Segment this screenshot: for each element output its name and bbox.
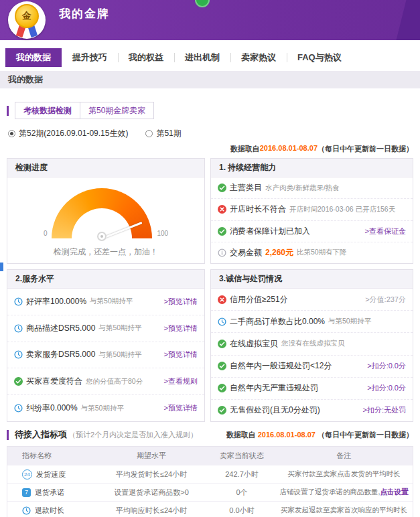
deduction-link[interactable]: >扣分:无处罚 bbox=[359, 405, 406, 415]
preview-detail-link[interactable]: >预览详情 bbox=[160, 403, 198, 413]
row-dispute-rate: 纠纷率0.000% 与第50期持平 >预览详情 bbox=[7, 395, 204, 421]
metric-value: 2,260元 bbox=[265, 247, 293, 258]
note-date: 2016.08.01-08.07 bbox=[258, 431, 316, 439]
note-suffix: （每日中午更新前一日数据） bbox=[318, 144, 413, 154]
service-level-panel: 2.服务水平 好评率100.000% 与第50期持平 >预览详情 商品描述DSR… bbox=[7, 269, 205, 422]
pending-title: 待接入指标项 bbox=[15, 429, 67, 441]
pending-section-header: 待接入指标项 （预计2个月内决定是否加入准入规则） 数据取自 2016.08.0… bbox=[7, 429, 413, 441]
col-expected-level: 期望水平 bbox=[94, 451, 208, 461]
note-suffix: （每日中午更新前一日数据） bbox=[318, 431, 413, 439]
metric-text: 买家喜爱度符合 bbox=[26, 376, 82, 387]
metric-text: 在线虚拟宝贝 bbox=[230, 338, 278, 350]
main-nav: 我的数据 提升技巧 我的权益 进出机制 卖家热议 FAQ与热议 bbox=[5, 48, 420, 67]
expected-level: 设置退货承诺商品数>0 bbox=[94, 488, 208, 498]
preview-detail-link[interactable]: >预览详情 bbox=[160, 297, 198, 307]
row-positive-rate: 好评率100.000% 与第50期持平 >预览详情 bbox=[7, 289, 204, 315]
data-source-note: 数据取自 2016.08.01-08.07 （每日中午更新前一日数据） bbox=[7, 144, 413, 154]
click-setup-link[interactable]: 点击设置 bbox=[380, 488, 408, 496]
metric-text: 信用分值≥251分 bbox=[230, 294, 288, 305]
tab-faq[interactable]: FAQ与热议 bbox=[287, 48, 352, 67]
clock-icon bbox=[218, 317, 226, 326]
metric-text: 自然年内无严重违规处罚 bbox=[230, 382, 318, 394]
subtab-assessment-data[interactable]: 考核数据检测 bbox=[15, 102, 80, 119]
clock-icon bbox=[14, 350, 23, 359]
deduction-link[interactable]: >扣分:0.0分 bbox=[363, 361, 406, 371]
view-deposit-link[interactable]: >查看保证金 bbox=[361, 226, 406, 236]
check-icon bbox=[218, 183, 226, 192]
radio-period-51[interactable]: 第51期 bbox=[145, 128, 181, 139]
row-general-violation: 自然年内一般违规处罚<12分 >扣分:0.0分 bbox=[211, 356, 413, 378]
clock-icon bbox=[14, 404, 23, 413]
note-date: 2016.08.01-08.07 bbox=[260, 144, 318, 154]
expected-level: 平均响应时长≤24小时 bbox=[94, 506, 208, 516]
pending-note: （预计2个月内决定是否加入准入规则） bbox=[68, 430, 198, 440]
clock-icon bbox=[22, 506, 31, 515]
row-secondhand-ratio: 二手商品订单数占比0.00% 与第50期持平 bbox=[211, 311, 413, 333]
radio-period-52[interactable]: 第52期(2016.09.01-09.15生效) bbox=[8, 128, 128, 139]
tab-my-benefits[interactable]: 我的权益 bbox=[118, 48, 174, 67]
info-icon bbox=[218, 248, 226, 257]
progress-gauge bbox=[52, 188, 152, 238]
subtab-row: 考核数据检测 第50期金牌卖家 bbox=[7, 102, 413, 119]
view-rules-link[interactable]: >查看规则 bbox=[160, 376, 198, 386]
green-dot-icon bbox=[195, 0, 210, 7]
metric-subtext: 比第50期有下降 bbox=[297, 248, 347, 257]
current-status: 0个 bbox=[208, 488, 275, 498]
page: { "colors": { "brand_purple": "#6f2f9e",… bbox=[0, 0, 420, 517]
metric-text: 无售假处罚(且无0分处罚) bbox=[230, 404, 320, 416]
metric-subtext: 开店时间2016-03-06 已开店156天 bbox=[289, 205, 395, 214]
row-credit-score: 信用分值≥251分 >分值:237分 bbox=[211, 289, 413, 311]
note-prefix: 数据取自 bbox=[230, 144, 260, 154]
expected-level: 平均发货时长≤24小时 bbox=[94, 469, 208, 479]
remark: 买家发起退款至卖家首次响应的平均时长 bbox=[275, 506, 413, 515]
metric-subtext: 与第50期持平 bbox=[98, 350, 141, 360]
business-ability-panel: 1. 持续经营能力 主营类目 水产肉类/新鲜蔬果/熟食 开店时长不符合 开店时间… bbox=[210, 158, 413, 264]
metric-name: 发货速度 bbox=[36, 469, 66, 479]
panel-title-integrity: 3.诚信与处罚情况 bbox=[211, 270, 413, 289]
return-promise-icon: 7 bbox=[22, 488, 31, 497]
row-fake-penalty: 无售假处罚(且无0分处罚) >扣分:无处罚 bbox=[211, 400, 413, 421]
remark: 店铺设置了退货承诺的商品数量, bbox=[280, 488, 380, 496]
row-transaction-amount: 交易金额 2,260元 比第50期有下降 bbox=[211, 242, 413, 263]
row-main-category: 主营类目 水产肉类/新鲜蔬果/熟食 bbox=[211, 177, 413, 199]
medal-label: 金 bbox=[15, 4, 39, 28]
tab-improve-skills[interactable]: 提升技巧 bbox=[62, 48, 118, 67]
24h-shipping-icon: 24 bbox=[22, 469, 32, 479]
table-row-refund-time: 退款时长 平均响应时长≤24小时 0.0小时 买家发起退款至卖家首次响应的平均时… bbox=[7, 501, 413, 517]
check-icon bbox=[218, 406, 226, 415]
note-prefix: 数据取自 bbox=[226, 431, 256, 439]
accent-bar bbox=[7, 106, 9, 116]
radio-label: 第51期 bbox=[156, 128, 181, 139]
table-row-return-promise: 7 退货承诺 设置退货承诺商品数>0 0个 店铺设置了退货承诺的商品数量,点击设… bbox=[7, 483, 413, 501]
tab-entry-exit-rules[interactable]: 进出机制 bbox=[174, 48, 230, 67]
gauge-min-label: 0 bbox=[44, 230, 48, 237]
panel-title-business: 1. 持续经营能力 bbox=[211, 159, 413, 177]
metric-text: 自然年内一般违规处罚<12分 bbox=[230, 360, 332, 372]
deduction-link[interactable]: >扣分:0.0分 bbox=[363, 383, 406, 393]
current-status: 0.0小时 bbox=[208, 506, 275, 516]
check-icon bbox=[14, 377, 23, 386]
accent-bar bbox=[7, 430, 9, 440]
current-status: 242.7小时 bbox=[208, 469, 275, 479]
remark: 买家付款至卖家点击发货的平均时长 bbox=[275, 469, 413, 479]
clock-icon bbox=[14, 324, 23, 333]
table-row-ship-speed: 24 发货速度 平均发货时长≤24小时 242.7小时 买家付款至卖家点击发货的… bbox=[7, 465, 413, 483]
metric-text: 二手商品订单数占比0.00% bbox=[230, 316, 325, 327]
row-item-dsr: 商品描述DSR5.000 与第50期持平 >预览详情 bbox=[7, 315, 204, 342]
metric-text: 主营类目 bbox=[230, 182, 262, 194]
tab-my-data[interactable]: 我的数据 bbox=[5, 48, 62, 67]
check-icon bbox=[218, 384, 226, 392]
row-seller-dsr: 卖家服务DSR5.000 与第50期持平 >预览详情 bbox=[7, 342, 204, 369]
preview-detail-link[interactable]: >预览详情 bbox=[160, 323, 198, 334]
metric-subtext: 您没有在线虚拟宝贝 bbox=[281, 339, 345, 348]
page-title: 我的金牌 bbox=[59, 6, 110, 21]
period-selector: 第52期(2016.09.01-09.15生效) 第51期 bbox=[7, 128, 413, 139]
cross-icon bbox=[218, 205, 226, 214]
gauge-max-label: 100 bbox=[157, 230, 168, 237]
score-value-text: >分值:237分 bbox=[361, 295, 406, 305]
subtab-gold-seller-50[interactable]: 第50期金牌卖家 bbox=[80, 102, 154, 119]
preview-detail-link[interactable]: >预览详情 bbox=[160, 350, 198, 360]
row-consumer-protection: 消费者保障计划已加入 >查看保证金 bbox=[211, 221, 413, 242]
tab-seller-discussion[interactable]: 卖家热议 bbox=[230, 48, 287, 67]
row-shop-age: 开店时长不符合 开店时间2016-03-06 已开店156天 bbox=[211, 199, 413, 220]
